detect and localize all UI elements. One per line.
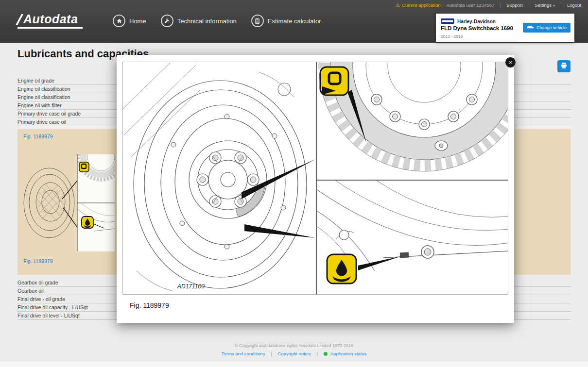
bottom-strip [0,362,588,367]
nav-estimate-calculator[interactable]: Estimate calculator [248,15,324,27]
figure-thumbnail-drawing [22,154,115,251]
figure-image: AD171100 [122,62,508,295]
footer-separator: | [271,351,272,356]
footer-links: Terms and conditions | Copyright notice … [0,351,588,356]
oil-drain-symbol-icon [327,254,356,284]
row-label: Engine oil with filter [17,102,61,108]
row-label: Engine oil classification [17,94,70,100]
copyright-notice-link[interactable]: Copyright notice [277,351,311,356]
figure-modal: × [117,55,514,323]
printer-icon [560,62,568,71]
application-status-link[interactable]: Application status [330,351,366,356]
calculator-icon [251,15,264,27]
row-label: Engine oil classification [17,86,70,92]
terms-and-conditions-link[interactable]: Terms and conditions [222,351,265,356]
print-button[interactable] [557,60,571,72]
nav-home-label: Home [129,17,146,25]
vehicle-model: FLD Dyna Switchback 1690 [441,25,513,31]
vehicle-brand: Harley-Davidson [457,19,496,24]
logout-link[interactable]: Logout [561,2,581,8]
settings-label: Settings [535,2,552,8]
nav-technical-information-label: Technical information [177,17,237,25]
autodata-logo[interactable]: Autodata [17,13,83,29]
footer-separator: | [317,351,318,356]
vehicle-card: Harley-Davidson FLD Dyna Switchback 1690… [436,14,574,42]
row-label: Primary drive case oil [17,119,66,125]
settings-link[interactable]: Settings▾ [529,2,555,8]
row-label: Final drive - oil grade [17,296,65,302]
current-application-link[interactable]: ⚠ Current application [396,2,441,8]
figure-caption: Fig. 1189979 [130,301,169,309]
change-vehicle-button[interactable]: Change vehicle [523,23,571,33]
figure-link-top[interactable]: Fig. 1189979 [23,133,53,139]
autodata-app: ⚠ Current application Autodata user 1234… [0,0,588,367]
figure-link-bottom[interactable]: Fig. 1189979 [23,258,53,264]
logo-text: Autodata [23,13,78,25]
top-header: ⚠ Current application Autodata user 1234… [0,0,588,43]
thumb-clutch-symbol-icon [79,162,89,172]
vehicle-years: 2012 - 2016 [441,34,463,39]
row-label: Engine oil grade [17,78,54,83]
current-application-label: Current application [402,2,441,8]
warning-icon: ⚠ [396,3,400,8]
row-label: Gearbox oil grade [17,280,58,285]
logo-slash-icon [16,14,23,25]
utility-bar: ⚠ Current application Autodata user 1234… [390,2,581,8]
main-nav: Home Technical information Estimate calc… [110,15,324,27]
car-icon [527,25,534,31]
chevron-down-icon: ▾ [553,3,555,8]
row-label: Gearbox oil [17,288,44,294]
user-label: Autodata user 1234567 [447,2,495,8]
clutch-symbol-icon [320,67,348,95]
technical-drawing: AD171100 [123,62,508,295]
row-label: Primary drive case oil grade [17,111,81,117]
vehicle-brand-row: Harley-Davidson [441,17,496,26]
footer-copyright: © Copyright and database rights Autodata… [0,343,588,348]
home-icon [113,15,125,27]
row-label: Final drive oil capacity - L/USqt [17,304,88,310]
change-vehicle-label: Change vehicle [536,25,567,30]
status-dot-icon [324,352,328,356]
nav-technical-information[interactable]: Technical information [158,15,240,27]
harley-davidson-logo [441,17,454,26]
modal-close-button[interactable]: × [505,57,516,68]
figure-thumbnail[interactable] [22,154,115,251]
support-link[interactable]: Support [500,2,522,8]
row-label: Final drive oil level - L/USqt [17,313,80,318]
drawing-code-label: AD171100 [177,283,205,290]
thumb-oil-symbol-icon [82,217,93,228]
nav-home[interactable]: Home [110,15,149,27]
wrench-icon [161,15,173,27]
nav-estimate-calculator-label: Estimate calculator [268,17,321,25]
